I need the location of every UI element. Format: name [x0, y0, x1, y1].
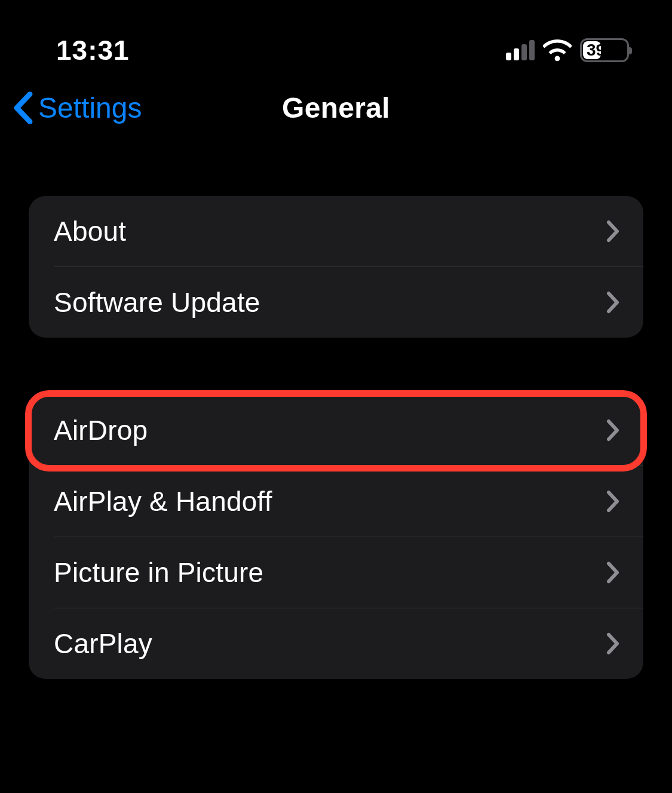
chevron-left-icon: [13, 91, 33, 124]
chevron-right-icon: [606, 561, 619, 584]
row-label: Software Update: [54, 286, 260, 319]
battery-percent-label: 39: [582, 41, 627, 60]
row-label: Picture in Picture: [54, 556, 263, 589]
settings-group-2: AirDrop AirPlay & Handoff Picture in Pic…: [29, 395, 643, 679]
row-label: AirDrop: [54, 414, 148, 446]
row-software-update[interactable]: Software Update: [29, 267, 643, 338]
status-time: 13:31: [56, 34, 130, 66]
page-title: General: [282, 91, 390, 124]
navigation-bar: Settings General: [0, 72, 672, 143]
cellular-signal-icon: [506, 40, 535, 60]
chevron-right-icon: [606, 419, 619, 442]
status-bar: 13:31 39: [0, 0, 672, 72]
row-picture-in-picture[interactable]: Picture in Picture: [29, 537, 643, 608]
settings-group-1: About Software Update: [29, 196, 643, 338]
battery-indicator: 39: [580, 38, 629, 62]
row-carplay[interactable]: CarPlay: [29, 608, 643, 679]
back-button[interactable]: Settings: [13, 91, 142, 124]
row-airdrop[interactable]: AirDrop: [29, 395, 643, 466]
wifi-icon: [543, 39, 572, 61]
row-airplay-handoff[interactable]: AirPlay & Handoff: [29, 466, 643, 537]
row-label: About: [54, 215, 126, 247]
status-indicators: 39: [506, 38, 629, 62]
chevron-right-icon: [606, 291, 619, 314]
row-label: AirPlay & Handoff: [54, 485, 272, 518]
back-button-label: Settings: [38, 91, 142, 124]
chevron-right-icon: [606, 220, 619, 243]
chevron-right-icon: [606, 632, 619, 655]
row-about[interactable]: About: [29, 196, 643, 267]
content: About Software Update AirDrop AirPl: [0, 143, 672, 679]
row-label: CarPlay: [54, 627, 152, 660]
chevron-right-icon: [606, 490, 619, 513]
